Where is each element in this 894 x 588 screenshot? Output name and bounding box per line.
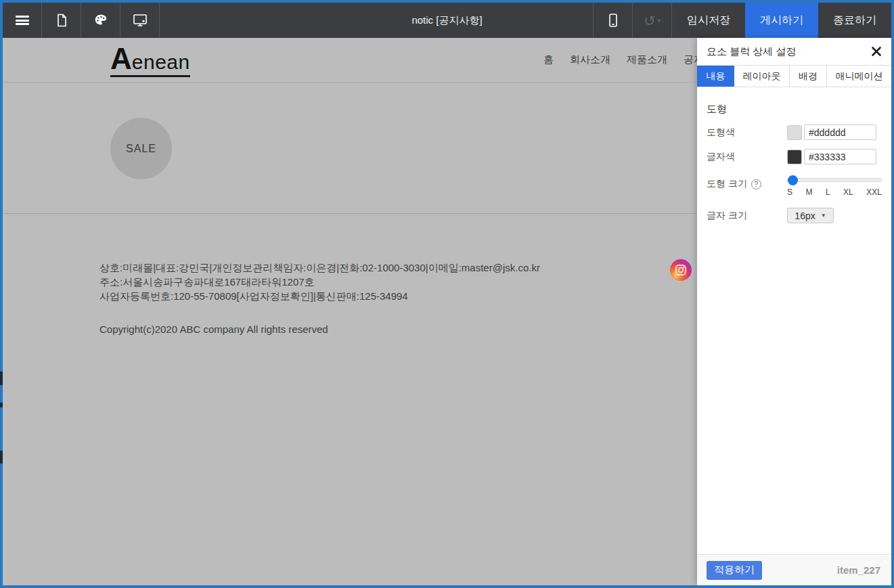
- size-mark-xl[interactable]: XL: [843, 187, 853, 197]
- mobile-view-button[interactable]: [593, 3, 632, 38]
- nav-item-notice[interactable]: 공지사항: [684, 53, 697, 66]
- panel-footer: 적용하기 item_227: [697, 554, 891, 585]
- detail-settings-panel: 요소 블럭 상세 설정 내용 레이아웃 배경 애니메이션 도형 도형색: [697, 38, 891, 585]
- apply-button[interactable]: 적용하기: [707, 561, 762, 580]
- shape-color-swatch[interactable]: [787, 125, 802, 140]
- footer-info: 상호:미래몰|대표:강민국|개인정보관리책임자:이은경|전화:02-1000-3…: [99, 261, 540, 303]
- shape-size-slider[interactable]: [787, 178, 882, 182]
- close-icon[interactable]: [871, 46, 882, 57]
- temp-save-button[interactable]: 임시저장: [671, 3, 745, 38]
- footer-copyright: Copyright(c)2020 ABC company All rights …: [99, 323, 328, 335]
- chevron-down-icon: ▾: [658, 17, 661, 24]
- panel-tabs: 내용 레이아웃 배경 애니메이션: [697, 65, 891, 87]
- exit-button[interactable]: 종료하기: [818, 3, 891, 38]
- panel-title: 요소 블럭 상세 설정: [707, 45, 797, 58]
- site-nav: 홈 회사소개 제품소개 공지사항: [543, 38, 697, 82]
- site-header: Aenean 홈 회사소개 제품소개 공지사항: [3, 38, 697, 83]
- tab-animation[interactable]: 애니메이션: [827, 66, 891, 87]
- text-color-label: 글자색: [707, 151, 787, 163]
- slider-handle[interactable]: [788, 175, 798, 185]
- footer-line: 사업자등록번호:120-55-70809[사업자정보확인]|통신판매:125-3…: [99, 289, 540, 303]
- page-button[interactable]: [42, 3, 81, 38]
- publish-button[interactable]: 게시하기: [745, 3, 818, 38]
- page-icon: [54, 13, 69, 28]
- shape-color-label: 도형색: [707, 127, 787, 139]
- logo-initial: A: [110, 42, 132, 75]
- palette-icon: [93, 13, 108, 28]
- edge-marker: [0, 371, 3, 385]
- dropdown-caret-icon: ▼: [821, 212, 826, 219]
- help-icon[interactable]: ?: [751, 179, 761, 189]
- tab-layout[interactable]: 레이아웃: [734, 66, 790, 87]
- section-title-shape: 도형: [707, 103, 882, 116]
- hamburger-icon: [16, 16, 29, 25]
- instagram-icon[interactable]: [670, 259, 692, 281]
- nav-item-products[interactable]: 제품소개: [627, 53, 667, 66]
- sale-section: SALE: [3, 83, 697, 214]
- text-color-swatch[interactable]: [787, 150, 802, 164]
- app-window: notic [공지사항] ↺ ▾ 임시저장 게시하기 종료하기: [0, 0, 894, 588]
- menu-button[interactable]: [3, 3, 42, 38]
- sale-shape-block[interactable]: SALE: [110, 118, 172, 179]
- item-id-label: item_227: [837, 564, 880, 576]
- theme-button[interactable]: [81, 3, 120, 38]
- top-toolbar: notic [공지사항] ↺ ▾ 임시저장 게시하기 종료하기: [3, 3, 891, 38]
- logo-rest: enean: [132, 51, 190, 73]
- font-size-dropdown[interactable]: 16px ▼: [787, 208, 834, 223]
- size-mark-l[interactable]: L: [826, 187, 830, 197]
- edge-marker: [0, 403, 3, 407]
- edge-marker: [0, 451, 3, 463]
- site-logo[interactable]: Aenean: [110, 43, 190, 77]
- size-mark-m[interactable]: M: [805, 187, 812, 197]
- size-mark-s[interactable]: S: [787, 187, 792, 197]
- text-color-input[interactable]: [804, 149, 876, 164]
- font-size-value: 16px: [795, 210, 815, 221]
- nav-item-company[interactable]: 회사소개: [570, 53, 610, 66]
- shape-color-input[interactable]: [804, 125, 876, 140]
- site-footer: 상호:미래몰|대표:강민국|개인정보관리책임자:이은경|전화:02-1000-3…: [3, 214, 697, 585]
- footer-line: 주소:서울시송파구송파대로167태라타워1207호: [99, 275, 540, 289]
- size-marks: S M L XL XXL: [787, 187, 882, 197]
- monitor-icon: [132, 13, 148, 28]
- footer-line: 상호:미래몰|대표:강민국|개인정보관리책임자:이은경|전화:02-1000-3…: [99, 261, 540, 275]
- desktop-view-button[interactable]: [120, 3, 160, 38]
- undo-icon: ↺: [644, 14, 656, 28]
- undo-button[interactable]: ↺ ▾: [632, 3, 671, 38]
- font-size-label: 글자 크기: [707, 210, 787, 222]
- mobile-icon: [606, 12, 620, 28]
- site-preview: Aenean 홈 회사소개 제품소개 공지사항 SALE 상호:미래몰|대표:강…: [3, 38, 697, 585]
- tab-content[interactable]: 내용: [697, 66, 734, 87]
- tab-background[interactable]: 배경: [790, 66, 827, 87]
- size-mark-xxl[interactable]: XXL: [866, 187, 882, 197]
- shape-size-label: 도형 크기 ?: [707, 178, 787, 190]
- nav-item-home[interactable]: 홈: [543, 53, 554, 66]
